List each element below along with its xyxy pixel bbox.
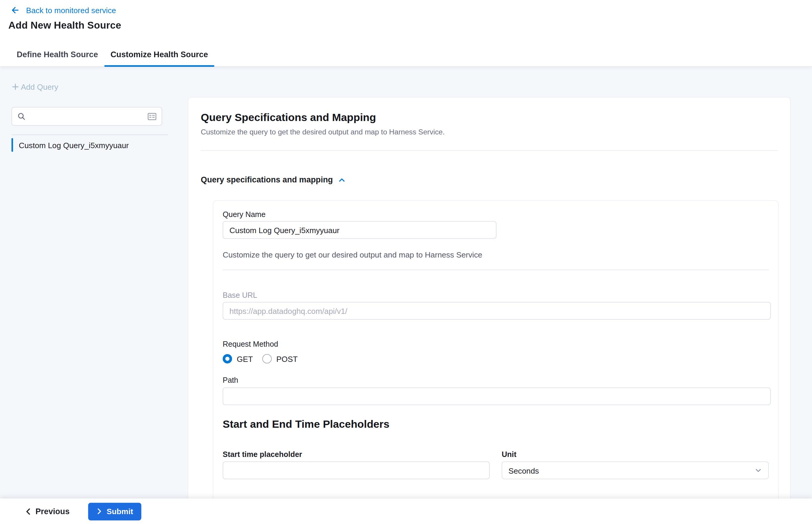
request-method-radio-group: GET POST [223, 354, 769, 363]
radio-option-get[interactable]: GET [223, 354, 253, 363]
radio-option-post[interactable]: POST [262, 354, 298, 363]
query-help-text: Customize the query to get our desired o… [223, 250, 769, 259]
page-title: Add New Health Source [9, 20, 121, 31]
query-name-input[interactable] [223, 221, 496, 239]
unit-select[interactable]: Seconds [502, 461, 769, 479]
back-link-label: Back to monitored service [26, 5, 116, 14]
query-list-item[interactable]: Custom Log Query_i5xmyyuaur [11, 138, 129, 152]
sidebar-divider [11, 134, 168, 135]
radio-get-control[interactable] [223, 354, 232, 363]
tab-customize-health-source[interactable]: Customize Health Source [104, 43, 214, 66]
section-heading: Query specifications and mapping [201, 175, 333, 184]
app-window: Back to monitored service Add New Health… [0, 0, 812, 524]
selected-indicator-bar [11, 138, 13, 152]
start-time-label: Start time placeholder [223, 450, 490, 458]
query-item-label: Custom Log Query_i5xmyyuaur [19, 141, 129, 149]
back-arrow-icon [11, 5, 19, 14]
query-mapping-panel: Query Name Customize the query to get ou… [213, 200, 779, 499]
card-header: Query Specifications and Mapping Customi… [189, 97, 790, 150]
section-header: Query specifications and mapping [201, 175, 778, 184]
submit-button[interactable]: Submit [88, 503, 142, 520]
back-to-monitored-service-link[interactable]: Back to monitored service [11, 4, 116, 16]
time-placeholder-row: Start time placeholder Unit Seconds [223, 450, 769, 479]
time-placeholders-heading: Start and End Time Placeholders [223, 417, 769, 430]
card-subtitle: Customize the query to get the desired o… [201, 128, 778, 136]
tab-define-health-source[interactable]: Define Health Source [11, 43, 104, 66]
content-area: Add Query Custom Log Query_i5xmyyuaur [0, 67, 812, 499]
list-view-icon[interactable] [148, 112, 157, 120]
base-url-input[interactable] [223, 302, 771, 320]
start-time-column: Start time placeholder [223, 450, 490, 479]
base-url-label: Base URL [223, 291, 769, 299]
search-icon [17, 112, 26, 120]
radio-post-control[interactable] [262, 354, 272, 363]
panel-divider [223, 269, 769, 270]
unit-select-value: Seconds [508, 466, 539, 475]
start-time-input[interactable] [223, 461, 490, 479]
path-label: Path [223, 376, 769, 384]
card-title: Query Specifications and Mapping [201, 111, 778, 124]
unit-label: Unit [502, 450, 769, 458]
unit-column: Unit Seconds [502, 450, 769, 479]
query-name-label: Query Name [223, 210, 769, 218]
chevron-left-icon [25, 508, 31, 515]
previous-button-label: Previous [35, 507, 70, 516]
query-search-input[interactable] [30, 112, 143, 121]
add-query-button[interactable]: Add Query [11, 82, 58, 91]
radio-post-label: POST [276, 355, 297, 363]
tab-bar: Define Health Source Customize Health So… [0, 43, 812, 66]
chevron-up-icon [338, 176, 346, 184]
query-search-box [11, 107, 162, 126]
chevron-right-icon [97, 508, 102, 515]
submit-button-label: Submit [107, 507, 133, 516]
page-header: Back to monitored service Add New Health… [0, 0, 812, 67]
previous-button[interactable]: Previous [25, 507, 70, 516]
add-query-label: Add Query [21, 82, 58, 91]
card-header-divider [201, 150, 778, 151]
footer-action-bar: Previous Submit [0, 499, 812, 524]
collapse-section-toggle[interactable] [338, 176, 346, 184]
query-specifications-card: Query Specifications and Mapping Customi… [188, 97, 791, 498]
request-method-label: Request Method [223, 340, 769, 348]
path-input[interactable] [223, 388, 771, 405]
radio-get-label: GET [237, 355, 253, 363]
plus-icon [11, 83, 19, 91]
chevron-down-icon [755, 467, 762, 474]
